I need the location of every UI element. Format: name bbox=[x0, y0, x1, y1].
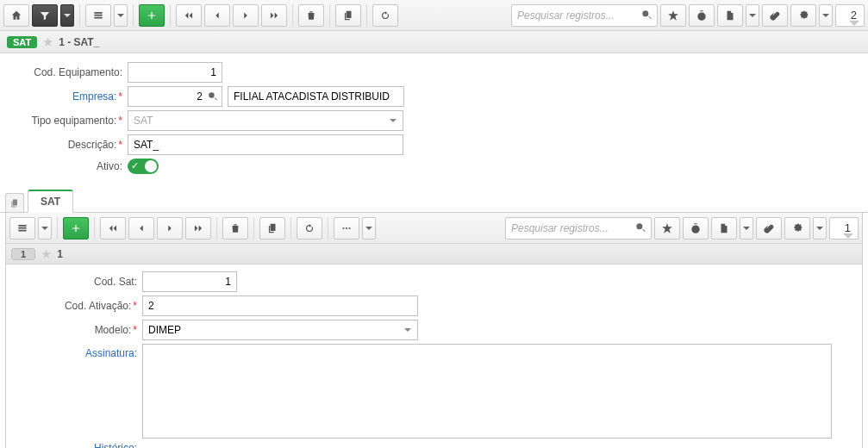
next-button[interactable] bbox=[233, 4, 259, 27]
label-cod-equipamento: Cod. Equipamento: bbox=[7, 66, 128, 78]
filter-dropdown-button[interactable] bbox=[60, 4, 74, 27]
panel-search-icon[interactable] bbox=[634, 221, 646, 233]
lookup-icon[interactable] bbox=[207, 90, 218, 104]
main-form: Cod. Equipamento: Empresa:* Tipo equipam… bbox=[0, 53, 868, 183]
panel-list-dropdown-button[interactable] bbox=[38, 217, 52, 240]
copy-tab-icon[interactable] bbox=[5, 193, 24, 212]
label-empresa[interactable]: Empresa:* bbox=[7, 90, 128, 103]
panel-refresh-button[interactable] bbox=[297, 217, 322, 240]
timer-button[interactable] bbox=[689, 4, 715, 27]
panel-add-button[interactable] bbox=[63, 217, 89, 240]
record-header-bar: SAT ★ 1 - SAT_ bbox=[0, 31, 868, 53]
label-tipo-equipamento: Tipo equipamento:* bbox=[7, 115, 128, 127]
record-title: 1 - SAT_ bbox=[59, 36, 99, 48]
search-icon[interactable] bbox=[640, 9, 653, 21]
settings-button[interactable] bbox=[790, 4, 816, 27]
panel-export-button[interactable] bbox=[711, 217, 737, 240]
list-view-button[interactable] bbox=[85, 4, 111, 27]
input-cod-equipamento[interactable] bbox=[128, 62, 222, 83]
home-button[interactable] bbox=[3, 4, 29, 27]
svg-point-1 bbox=[346, 227, 347, 228]
search-box bbox=[511, 4, 658, 27]
delete-button[interactable] bbox=[298, 4, 324, 27]
panel-search-input[interactable] bbox=[505, 217, 652, 240]
panel-record-title: 1 bbox=[57, 248, 63, 260]
panel-record-badge: 1 bbox=[11, 248, 35, 260]
panel-form: Cod. Sat: Cod. Ativação:* Modelo:* Assin… bbox=[6, 264, 862, 448]
panel-copy-button[interactable] bbox=[259, 217, 285, 240]
panel-settings-dropdown-button[interactable] bbox=[813, 217, 827, 240]
panel-more-button[interactable] bbox=[334, 217, 359, 240]
list-view-dropdown-button[interactable] bbox=[114, 4, 128, 27]
label-assinatura[interactable]: Assinatura: bbox=[13, 344, 142, 359]
panel-star-icon[interactable]: ★ bbox=[41, 246, 52, 262]
textarea-assinatura[interactable] bbox=[142, 344, 832, 439]
panel-settings-button[interactable] bbox=[784, 217, 810, 240]
settings-dropdown-button[interactable] bbox=[819, 4, 833, 27]
panel-attachment-button[interactable] bbox=[756, 217, 782, 240]
label-ativo: Ativo: bbox=[7, 160, 128, 172]
panel-delete-button[interactable] bbox=[222, 217, 248, 240]
panel-favorite-button[interactable] bbox=[654, 217, 680, 240]
input-cod-sat[interactable] bbox=[142, 271, 237, 292]
label-descricao: Descrição:* bbox=[7, 139, 128, 151]
main-toolbar: 2 bbox=[0, 0, 868, 31]
label-modelo: Modelo:* bbox=[13, 324, 142, 336]
svg-point-0 bbox=[342, 227, 344, 228]
panel-export-dropdown-button[interactable] bbox=[740, 217, 753, 240]
record-count: 2 bbox=[835, 4, 865, 27]
export-dropdown-button[interactable] bbox=[746, 4, 759, 27]
favorite-button[interactable] bbox=[660, 4, 686, 27]
input-empresa-nome[interactable] bbox=[228, 86, 404, 107]
export-button[interactable] bbox=[717, 4, 743, 27]
panel-toolbar: 1 bbox=[6, 213, 862, 244]
tab-bar: SAT bbox=[0, 190, 868, 213]
tab-sat[interactable]: SAT bbox=[28, 190, 73, 213]
label-cod-sat: Cod. Sat: bbox=[13, 276, 142, 288]
panel-next-button[interactable] bbox=[157, 217, 183, 240]
panel-last-button[interactable] bbox=[185, 217, 211, 240]
record-type-badge: SAT bbox=[7, 36, 37, 48]
prev-button[interactable] bbox=[204, 4, 230, 27]
attachment-button[interactable] bbox=[762, 4, 788, 27]
input-cod-ativacao[interactable] bbox=[142, 296, 418, 316]
panel-more-dropdown-button[interactable] bbox=[362, 217, 376, 240]
star-icon[interactable]: ★ bbox=[42, 34, 53, 50]
panel-search-box bbox=[505, 217, 652, 240]
search-input[interactable] bbox=[511, 4, 658, 27]
panel-sat: 1 1 ★ 1 Cod. Sat: Cod. Ativação:* Modelo… bbox=[5, 213, 863, 448]
panel-first-button[interactable] bbox=[100, 217, 126, 240]
select-modelo[interactable] bbox=[142, 320, 418, 340]
select-tipo-equipamento[interactable] bbox=[128, 110, 403, 131]
panel-record-count: 1 bbox=[829, 217, 859, 240]
toggle-ativo[interactable]: ✓ bbox=[128, 159, 159, 174]
svg-point-2 bbox=[348, 227, 350, 228]
panel-list-button[interactable] bbox=[9, 217, 35, 240]
input-descricao[interactable] bbox=[128, 134, 403, 155]
first-button[interactable] bbox=[176, 4, 202, 27]
panel-timer-button[interactable] bbox=[683, 217, 709, 240]
refresh-button[interactable] bbox=[372, 4, 398, 27]
label-historico[interactable]: Histórico: bbox=[13, 442, 142, 448]
panel-prev-button[interactable] bbox=[128, 217, 154, 240]
panel-record-bar: 1 ★ 1 bbox=[6, 244, 862, 264]
label-cod-ativacao: Cod. Ativação:* bbox=[13, 300, 142, 312]
copy-button[interactable] bbox=[335, 4, 361, 27]
add-button[interactable] bbox=[139, 4, 165, 27]
filter-button[interactable] bbox=[32, 4, 58, 27]
last-button[interactable] bbox=[261, 4, 287, 27]
